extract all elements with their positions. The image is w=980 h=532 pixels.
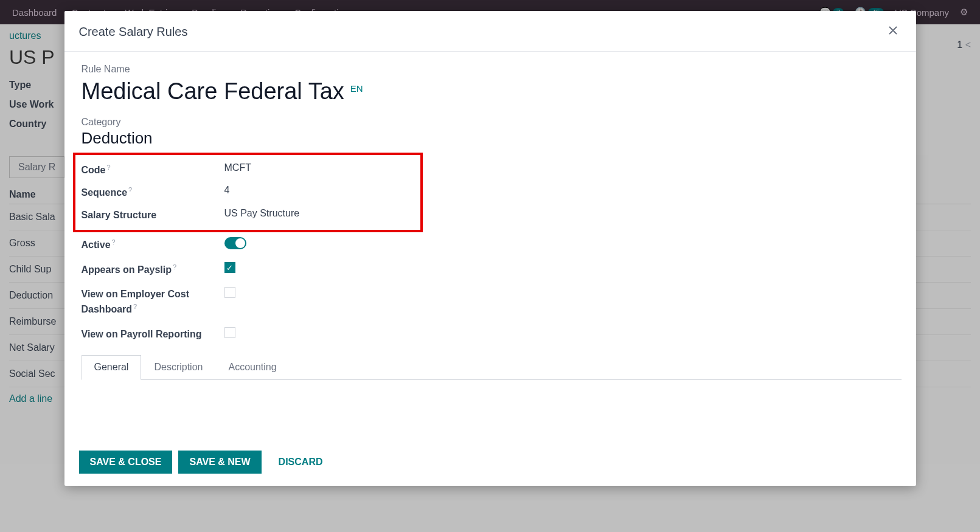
close-icon [887,24,899,36]
tab-general[interactable]: General [82,355,142,380]
save-close-button[interactable]: SAVE & CLOSE [79,451,173,474]
help-icon[interactable]: ? [173,263,176,271]
save-new-button[interactable]: SAVE & NEW [178,451,261,474]
appears-on-payslip-label: Appears on Payslip? [82,262,224,277]
sequence-input[interactable]: 4 [224,185,230,196]
help-icon[interactable]: ? [128,186,132,193]
employer-cost-label: View on Employer Cost Dashboard? [82,287,224,317]
rule-name-label: Rule Name [82,64,902,75]
payroll-reporting-label: View on Payroll Reporting [82,327,224,342]
sequence-label: Sequence? [82,185,224,200]
category-label: Category [82,117,902,128]
create-salary-rule-modal: Create Salary Rules Rule Name Medical Ca… [64,11,916,486]
rule-name-input[interactable]: Medical Care Federal Tax [82,78,344,105]
salary-structure-input[interactable]: US Pay Structure [224,208,300,219]
active-toggle[interactable] [224,237,246,249]
code-input[interactable]: MCFT [224,162,251,173]
payroll-reporting-checkbox[interactable] [224,327,235,338]
modal-overlay: Create Salary Rules Rule Name Medical Ca… [0,0,980,532]
category-input[interactable]: Deduction [82,129,902,148]
modal-header: Create Salary Rules [64,11,916,52]
tab-description[interactable]: Description [141,355,215,379]
language-badge[interactable]: EN [350,83,363,94]
discard-button[interactable]: DISCARD [268,451,334,474]
modal-body: Rule Name Medical Care Federal Tax EN Ca… [64,52,916,441]
highlight-annotation: Code? MCFT Sequence? 4 Salary Structure … [73,153,423,232]
tab-accounting[interactable]: Accounting [215,355,289,379]
active-label: Active? [82,237,224,252]
help-icon[interactable]: ? [107,164,111,171]
help-icon[interactable]: ? [112,238,116,246]
modal-footer: SAVE & CLOSE SAVE & NEW DISCARD [64,441,916,486]
salary-structure-label: Salary Structure [82,208,224,223]
detail-tabs: General Description Accounting [82,355,902,380]
modal-title: Create Salary Rules [79,25,188,39]
code-label: Code? [82,162,224,178]
close-button[interactable] [884,21,902,43]
help-icon[interactable]: ? [133,303,137,310]
employer-cost-checkbox[interactable] [224,287,235,298]
appears-on-payslip-checkbox[interactable]: ✓ [224,262,235,273]
